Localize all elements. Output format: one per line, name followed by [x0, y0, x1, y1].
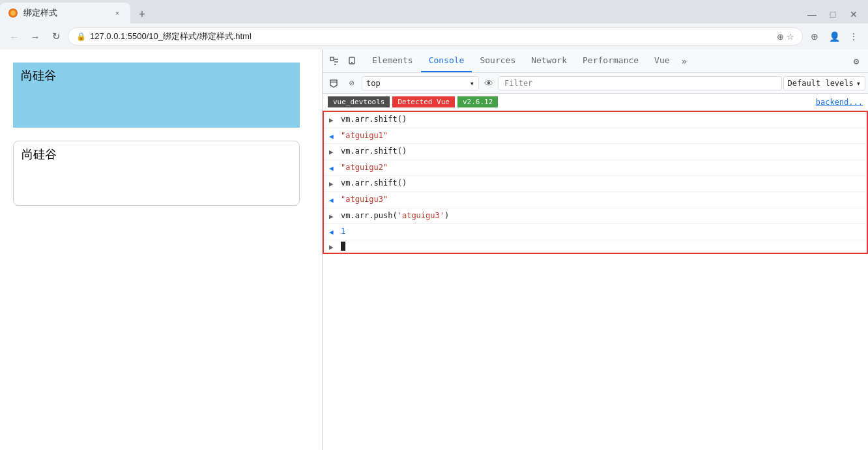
- prohibit-icon[interactable]: ⊘: [343, 75, 360, 92]
- arrow-in-icon: ◀: [329, 131, 337, 143]
- content-area: 尚硅谷 尚硅谷: [0, 49, 868, 450]
- arrow-in-icon: ◀: [329, 195, 337, 206]
- console-entry: ◀ "atguigu1": [324, 128, 867, 145]
- entry-number-value: 1: [341, 225, 345, 238]
- profile-icon[interactable]: 👤: [825, 27, 843, 46]
- entry-code: vm.arr.push('atguigu3'): [341, 210, 449, 222]
- console-toolbar: ⊘ top ▾ 👁 Filter Default levels ▾: [323, 73, 868, 94]
- back-button[interactable]: ←: [5, 27, 23, 46]
- more-tabs-button[interactable]: »: [678, 56, 691, 66]
- eye-button[interactable]: 👁: [480, 75, 497, 92]
- active-tab[interactable]: 绑定样式 ×: [0, 3, 130, 23]
- log-level-selector[interactable]: Default levels ▾: [783, 76, 865, 91]
- device-toolbar-button[interactable]: [343, 52, 362, 70]
- blue-box-text: 尚硅谷: [21, 68, 56, 83]
- close-window-icon[interactable]: ✕: [845, 5, 863, 23]
- vue-devtools-badge: vue_devtools: [328, 96, 390, 107]
- forward-button[interactable]: →: [26, 27, 44, 46]
- devtools-settings-icon[interactable]: ⚙: [847, 52, 865, 70]
- tab-elements[interactable]: Elements: [364, 49, 421, 72]
- devtools-topbar: Elements Console Sources Network Perform…: [323, 49, 868, 73]
- context-selector[interactable]: top ▾: [362, 76, 479, 91]
- entry-string-value: "atguigu3": [341, 193, 388, 206]
- text-box: 尚硅谷: [13, 141, 300, 206]
- console-output: vue_devtools Detected Vue v2.6.12 backen…: [323, 94, 868, 450]
- svg-marker-6: [330, 80, 337, 87]
- url-text: 127.0.0.1:5500/10_绑定样式/绑定样式.html: [90, 31, 252, 42]
- devtools-panel: Elements Console Sources Network Perform…: [322, 49, 868, 450]
- clear-console-button[interactable]: [325, 75, 342, 92]
- tab-sources[interactable]: Sources: [472, 49, 523, 72]
- arrow-in-icon: ◀: [329, 227, 337, 238]
- arrow-out-icon: ▶: [329, 178, 337, 190]
- address-bar[interactable]: 🔒 127.0.0.1:5500/10_绑定样式/绑定样式.html ⊕ ☆: [68, 27, 803, 46]
- zoom-icon[interactable]: ⊕: [777, 32, 784, 42]
- bookmark-icon[interactable]: ☆: [787, 32, 794, 42]
- tab-performance[interactable]: Performance: [575, 49, 646, 72]
- tab-vue[interactable]: Vue: [646, 49, 677, 72]
- console-entry: ▶ vm.arr.push('atguigu3'): [324, 208, 867, 225]
- console-entry: ▶ vm.arr.shift(): [324, 144, 867, 160]
- console-entry: ◀ 1: [324, 224, 867, 240]
- console-entry: ◀ "atguigu3": [324, 192, 867, 208]
- address-right-controls: ⊕ ☆: [777, 32, 794, 42]
- console-entries-box: ▶ vm.arr.shift() ◀ "atguigu1" ▶ vm.arr.s…: [323, 111, 868, 254]
- new-tab-button[interactable]: +: [133, 5, 151, 23]
- svg-rect-0: [330, 57, 334, 61]
- browser-controls-right: — □ ✕: [803, 5, 868, 23]
- arrow-out-icon: ▶: [329, 147, 337, 158]
- entry-code: vm.arr.shift(): [341, 113, 407, 126]
- level-value: Default levels: [788, 79, 854, 88]
- filter-placeholder: Filter: [504, 79, 532, 88]
- arrow-out-icon: ▶: [329, 115, 337, 126]
- blue-box: 尚硅谷: [13, 63, 300, 128]
- browser-window: 绑定样式 × + — □ ✕ ← → ↻ 🔒 127.0.0.1:5500/10…: [0, 0, 868, 450]
- arrow-in-icon: ◀: [329, 163, 337, 175]
- lock-icon: 🔒: [76, 32, 86, 41]
- entry-code: vm.arr.shift(): [341, 145, 407, 158]
- entry-string-value: "atguigu1": [341, 130, 388, 142]
- tab-network[interactable]: Network: [523, 49, 575, 72]
- reload-button[interactable]: ↻: [47, 27, 65, 46]
- filter-input[interactable]: Filter: [499, 76, 782, 91]
- browser-menu-area: ⊕ 👤 ⋮: [805, 27, 863, 46]
- devtools-tabs: Elements Console Sources Network Perform…: [364, 49, 678, 72]
- vue-version-badge: v2.6.12: [457, 96, 498, 107]
- extensions-icon[interactable]: ⊕: [805, 27, 824, 46]
- console-entry: ▶ vm.arr.shift(): [324, 176, 867, 192]
- arrow-out-icon: ▶: [329, 211, 337, 223]
- console-entry: ◀ "atguigu2": [324, 160, 867, 176]
- detected-vue-badge: Detected Vue: [392, 96, 454, 107]
- nav-bar: ← → ↻ 🔒 127.0.0.1:5500/10_绑定样式/绑定样式.html…: [0, 23, 868, 49]
- tab-bar: 绑定样式 × + — □ ✕: [0, 0, 868, 23]
- tab-title: 绑定样式: [23, 7, 57, 19]
- minimize-icon[interactable]: —: [803, 5, 821, 23]
- entry-string-value: "atguigu2": [341, 162, 388, 174]
- menu-icon[interactable]: ⋮: [845, 27, 863, 46]
- inspect-element-button[interactable]: [325, 52, 343, 70]
- page-content: 尚硅谷 尚硅谷: [0, 49, 322, 450]
- console-entry: ▶ vm.arr.shift(): [324, 112, 867, 128]
- level-dropdown-arrow: ▾: [856, 79, 861, 88]
- context-value: top: [366, 79, 381, 88]
- maximize-icon[interactable]: □: [824, 5, 842, 23]
- context-dropdown-arrow: ▾: [470, 79, 474, 88]
- text-box-content: 尚硅谷: [22, 147, 57, 162]
- entry-code: vm.arr.shift(): [341, 177, 407, 190]
- svg-rect-5: [351, 62, 353, 63]
- backend-link[interactable]: backend...: [816, 98, 863, 107]
- prompt-arrow: ▶: [329, 243, 337, 251]
- tab-console[interactable]: Console: [421, 49, 472, 72]
- cursor: [341, 242, 345, 251]
- console-input-line[interactable]: ▶: [324, 240, 867, 253]
- tab-favicon: [8, 8, 18, 18]
- vue-banner: vue_devtools Detected Vue v2.6.12 backen…: [323, 94, 868, 111]
- tab-close-button[interactable]: ×: [112, 8, 123, 18]
